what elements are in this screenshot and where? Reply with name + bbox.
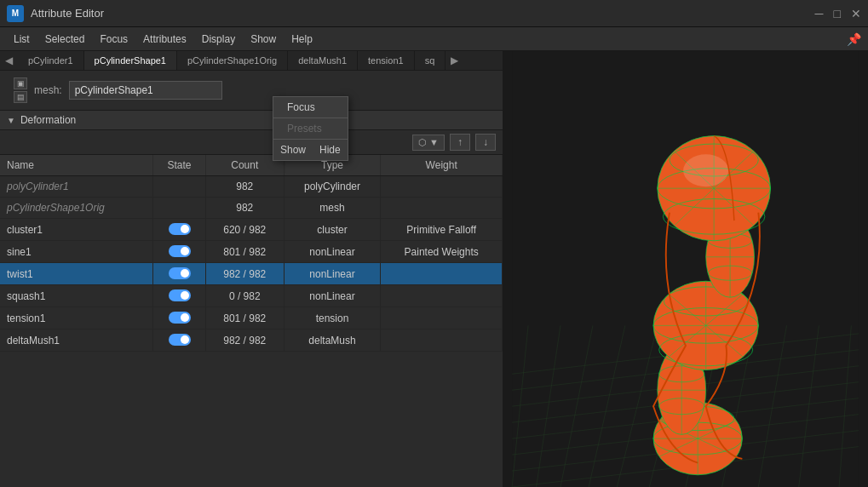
- table-row[interactable]: squash10 / 982nonLinear: [0, 285, 503, 307]
- col-state: State: [153, 155, 206, 176]
- toggle-switch[interactable]: [169, 245, 191, 257]
- cell-weight: [381, 198, 503, 219]
- cell-type: mesh: [284, 198, 381, 219]
- focus-popup-hide[interactable]: Hide: [313, 140, 348, 160]
- tab-tension1[interactable]: tension1: [358, 51, 415, 70]
- cell-name: sine1: [0, 241, 153, 263]
- menu-focus[interactable]: Focus: [93, 31, 135, 48]
- cell-weight: Primitive Falloff: [381, 219, 503, 241]
- table-row[interactable]: twist1982 / 982nonLinear: [0, 263, 503, 285]
- cell-state[interactable]: [153, 219, 206, 241]
- focus-popup-row: Show Hide: [273, 140, 348, 160]
- toggle-knob: [181, 313, 189, 322]
- cell-weight: [381, 176, 503, 198]
- table-row[interactable]: sine1801 / 982nonLinearPainted Weights: [0, 241, 503, 263]
- mesh-input[interactable]: [69, 81, 222, 100]
- window-title: Attribute Editor: [31, 7, 815, 20]
- focus-popup: Focus Presets Show Hide: [273, 96, 348, 161]
- tab-sq[interactable]: sq: [415, 51, 446, 70]
- toggle-knob: [181, 247, 189, 255]
- cell-name: pCylinderShape1Orig: [0, 198, 153, 219]
- toggle-switch[interactable]: [169, 267, 191, 279]
- toggle-switch[interactable]: [169, 334, 191, 346]
- close-button[interactable]: ✕: [851, 8, 861, 20]
- col-name: Name: [0, 155, 153, 176]
- move-up-button[interactable]: ↑: [450, 134, 470, 151]
- focus-popup-focus[interactable]: Focus: [273, 97, 348, 117]
- table-row[interactable]: polyCylinder1982polyCylinder: [0, 176, 503, 198]
- cell-name: twist1: [0, 263, 153, 285]
- main-content: ◀ pCylinder1 pCylinderShape1 pCylinderSh…: [0, 51, 868, 487]
- menu-selected[interactable]: Selected: [38, 31, 92, 48]
- tab-pcylinder1[interactable]: pCylinder1: [18, 51, 84, 70]
- window-controls: ─ □ ✕: [815, 8, 861, 20]
- tab-scroll-left[interactable]: ◀: [0, 51, 18, 70]
- cell-state[interactable]: [153, 285, 206, 307]
- toggle-switch[interactable]: [169, 289, 191, 301]
- cell-state[interactable]: [153, 263, 206, 285]
- cell-type: nonLinear: [284, 285, 381, 307]
- filter-arrow: ▼: [429, 137, 439, 147]
- menu-display[interactable]: Display: [195, 31, 242, 48]
- pin-icon[interactable]: 📌: [847, 32, 861, 46]
- cell-name: polyCylinder1: [0, 176, 153, 198]
- mesh-label: mesh:: [34, 84, 62, 96]
- cell-type: nonLinear: [284, 241, 381, 263]
- toggle-knob: [181, 335, 189, 344]
- menu-list[interactable]: List: [7, 31, 37, 48]
- cell-count: 982: [205, 176, 284, 198]
- section-title: Deformation: [20, 114, 76, 126]
- cell-type: nonLinear: [284, 263, 381, 285]
- cell-count: 982 / 982: [205, 329, 284, 352]
- minimize-button[interactable]: ─: [815, 8, 824, 20]
- cell-count: 982: [205, 198, 284, 219]
- table-row[interactable]: tension1801 / 982tension: [0, 307, 503, 329]
- cell-state[interactable]: [153, 307, 206, 329]
- deformation-table: Name State Count Type Weight polyCylinde…: [0, 155, 503, 352]
- tab-scroll-right[interactable]: ▶: [445, 51, 463, 70]
- tabs-container: ◀ pCylinder1 pCylinderShape1 pCylinderSh…: [0, 51, 503, 71]
- toggle-switch[interactable]: [169, 312, 191, 324]
- cell-count: 801 / 982: [205, 241, 284, 263]
- cell-count: 982 / 982: [205, 263, 284, 285]
- svg-point-53: [683, 154, 728, 186]
- cell-name: cluster1: [0, 219, 153, 241]
- menu-attributes[interactable]: Attributes: [136, 31, 193, 48]
- maximize-button[interactable]: □: [834, 8, 841, 20]
- mesh-icon-top[interactable]: ▣: [14, 77, 27, 89]
- cell-name: tension1: [0, 307, 153, 329]
- table-row[interactable]: cluster1620 / 982clusterPrimitive Fallof…: [0, 219, 503, 241]
- menu-help[interactable]: Help: [285, 31, 319, 48]
- table-scroll[interactable]: Name State Count Type Weight polyCylinde…: [0, 155, 503, 487]
- viewport[interactable]: [503, 51, 868, 487]
- filter-button[interactable]: ⬡ ▼: [412, 135, 445, 151]
- cell-weight: Painted Weights: [381, 241, 503, 263]
- cell-type: deltaMush: [284, 329, 381, 352]
- cell-type: tension: [284, 307, 381, 329]
- cell-count: 801 / 982: [205, 307, 284, 329]
- table-row[interactable]: deltaMush1982 / 982deltaMush: [0, 329, 503, 352]
- tab-pcylindershape1orig[interactable]: pCylinderShape1Orig: [177, 51, 288, 70]
- mesh-icons: ▣ ▤: [14, 77, 27, 103]
- table-row[interactable]: pCylinderShape1Orig982mesh: [0, 198, 503, 219]
- col-weight: Weight: [381, 155, 503, 176]
- menu-show[interactable]: Show: [244, 31, 283, 48]
- mesh-header: ▣ ▤ mesh: Focus Presets Show Hide: [0, 71, 503, 110]
- cell-name: deltaMush1: [0, 329, 153, 352]
- toggle-switch[interactable]: [169, 223, 191, 235]
- cell-state: [153, 176, 206, 198]
- cell-state[interactable]: [153, 329, 206, 352]
- move-down-button[interactable]: ↓: [475, 134, 496, 151]
- cell-count: 0 / 982: [205, 285, 284, 307]
- section-collapse-arrow[interactable]: ▼: [7, 116, 15, 125]
- mesh-icon-bottom[interactable]: ▤: [14, 91, 27, 103]
- focus-popup-presets: Presets: [273, 118, 348, 139]
- cell-state: [153, 198, 206, 219]
- filter-icon: ⬡: [418, 137, 427, 148]
- tab-deltamush1[interactable]: deltaMush1: [288, 51, 358, 70]
- app-logo: M: [7, 5, 24, 22]
- cell-weight: [381, 285, 503, 307]
- cell-state[interactable]: [153, 241, 206, 263]
- tab-pcylindershape1[interactable]: pCylinderShape1: [84, 51, 177, 70]
- focus-popup-show[interactable]: Show: [273, 140, 313, 160]
